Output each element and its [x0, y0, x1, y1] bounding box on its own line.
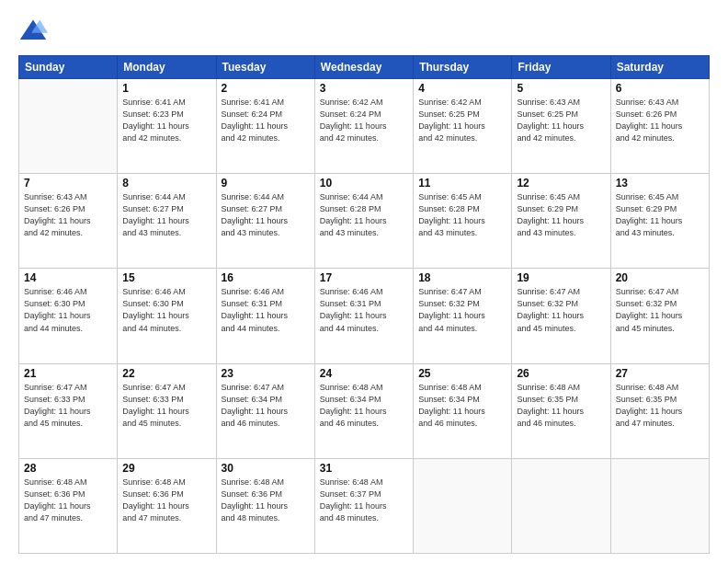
calendar-cell: 23Sunrise: 6:47 AM Sunset: 6:34 PM Dayli… [216, 363, 314, 458]
calendar-cell: 15Sunrise: 6:46 AM Sunset: 6:30 PM Dayli… [118, 269, 216, 363]
calendar-cell: 19Sunrise: 6:47 AM Sunset: 6:32 PM Dayli… [512, 269, 610, 363]
day-info: Sunrise: 6:45 AM Sunset: 6:28 PM Dayligh… [418, 191, 506, 239]
calendar-cell: 27Sunrise: 6:48 AM Sunset: 6:35 PM Dayli… [610, 363, 709, 458]
day-info: Sunrise: 6:47 AM Sunset: 6:32 PM Dayligh… [616, 286, 704, 334]
calendar-cell: 14Sunrise: 6:46 AM Sunset: 6:30 PM Dayli… [19, 269, 118, 363]
calendar-cell: 5Sunrise: 6:43 AM Sunset: 6:25 PM Daylig… [512, 79, 610, 174]
calendar-header-saturday: Saturday [610, 56, 709, 79]
day-info: Sunrise: 6:48 AM Sunset: 6:35 PM Dayligh… [616, 382, 704, 430]
day-number: 23 [222, 367, 310, 380]
day-info: Sunrise: 6:43 AM Sunset: 6:26 PM Dayligh… [24, 191, 112, 239]
day-number: 17 [320, 271, 408, 284]
day-number: 14 [24, 271, 112, 284]
header [18, 17, 710, 46]
day-number: 3 [320, 82, 408, 95]
calendar-cell [610, 458, 709, 553]
day-info: Sunrise: 6:44 AM Sunset: 6:27 PM Dayligh… [122, 191, 210, 239]
calendar-week-row: 21Sunrise: 6:47 AM Sunset: 6:33 PM Dayli… [19, 363, 710, 458]
page: SundayMondayTuesdayWednesdayThursdayFrid… [0, 0, 728, 563]
calendar-cell: 25Sunrise: 6:48 AM Sunset: 6:34 PM Dayli… [414, 363, 512, 458]
day-number: 4 [418, 82, 506, 95]
calendar-cell [414, 458, 512, 553]
calendar-header-tuesday: Tuesday [216, 56, 314, 79]
day-number: 1 [122, 82, 210, 95]
logo [18, 17, 50, 46]
calendar-cell: 18Sunrise: 6:47 AM Sunset: 6:32 PM Dayli… [414, 269, 512, 363]
calendar-cell [19, 79, 118, 174]
day-info: Sunrise: 6:46 AM Sunset: 6:31 PM Dayligh… [320, 286, 408, 334]
day-info: Sunrise: 6:44 AM Sunset: 6:27 PM Dayligh… [222, 191, 310, 239]
day-info: Sunrise: 6:48 AM Sunset: 6:36 PM Dayligh… [222, 477, 310, 524]
calendar-cell: 4Sunrise: 6:42 AM Sunset: 6:25 PM Daylig… [414, 79, 512, 174]
day-info: Sunrise: 6:41 AM Sunset: 6:23 PM Dayligh… [122, 97, 210, 144]
day-info: Sunrise: 6:46 AM Sunset: 6:30 PM Dayligh… [122, 286, 210, 334]
day-number: 31 [320, 462, 408, 475]
day-number: 15 [122, 271, 210, 284]
day-info: Sunrise: 6:48 AM Sunset: 6:35 PM Dayligh… [517, 382, 605, 430]
calendar-cell: 24Sunrise: 6:48 AM Sunset: 6:34 PM Dayli… [314, 363, 413, 458]
day-number: 12 [517, 177, 605, 190]
day-number: 21 [24, 367, 112, 380]
calendar-cell: 20Sunrise: 6:47 AM Sunset: 6:32 PM Dayli… [610, 269, 709, 363]
day-number: 26 [517, 367, 605, 380]
day-number: 18 [418, 271, 506, 284]
calendar-cell: 9Sunrise: 6:44 AM Sunset: 6:27 PM Daylig… [216, 174, 314, 269]
calendar-week-row: 14Sunrise: 6:46 AM Sunset: 6:30 PM Dayli… [19, 269, 710, 363]
calendar-cell: 11Sunrise: 6:45 AM Sunset: 6:28 PM Dayli… [414, 174, 512, 269]
day-number: 10 [320, 177, 408, 190]
day-info: Sunrise: 6:42 AM Sunset: 6:24 PM Dayligh… [320, 97, 408, 144]
calendar-cell: 6Sunrise: 6:43 AM Sunset: 6:26 PM Daylig… [610, 79, 709, 174]
calendar-cell [512, 458, 610, 553]
day-number: 19 [517, 271, 605, 284]
day-info: Sunrise: 6:45 AM Sunset: 6:29 PM Dayligh… [616, 191, 704, 239]
day-info: Sunrise: 6:42 AM Sunset: 6:25 PM Dayligh… [418, 97, 506, 144]
day-number: 28 [24, 462, 112, 475]
calendar-cell: 7Sunrise: 6:43 AM Sunset: 6:26 PM Daylig… [19, 174, 118, 269]
calendar-cell: 10Sunrise: 6:44 AM Sunset: 6:28 PM Dayli… [314, 174, 413, 269]
calendar-header-monday: Monday [118, 56, 216, 79]
calendar-cell: 28Sunrise: 6:48 AM Sunset: 6:36 PM Dayli… [19, 458, 118, 553]
day-info: Sunrise: 6:45 AM Sunset: 6:29 PM Dayligh… [517, 191, 605, 239]
day-info: Sunrise: 6:48 AM Sunset: 6:36 PM Dayligh… [122, 477, 210, 524]
day-number: 24 [320, 367, 408, 380]
day-number: 2 [222, 82, 310, 95]
day-number: 30 [222, 462, 310, 475]
day-info: Sunrise: 6:47 AM Sunset: 6:33 PM Dayligh… [24, 382, 112, 430]
day-info: Sunrise: 6:46 AM Sunset: 6:30 PM Dayligh… [24, 286, 112, 334]
day-number: 27 [616, 367, 704, 380]
day-number: 22 [122, 367, 210, 380]
day-number: 29 [122, 462, 210, 475]
day-info: Sunrise: 6:47 AM Sunset: 6:32 PM Dayligh… [418, 286, 506, 334]
day-number: 7 [24, 177, 112, 190]
calendar-cell: 17Sunrise: 6:46 AM Sunset: 6:31 PM Dayli… [314, 269, 413, 363]
day-info: Sunrise: 6:46 AM Sunset: 6:31 PM Dayligh… [222, 286, 310, 334]
calendar-cell: 3Sunrise: 6:42 AM Sunset: 6:24 PM Daylig… [314, 79, 413, 174]
calendar-week-row: 7Sunrise: 6:43 AM Sunset: 6:26 PM Daylig… [19, 174, 710, 269]
day-info: Sunrise: 6:48 AM Sunset: 6:34 PM Dayligh… [418, 382, 506, 430]
day-number: 13 [616, 177, 704, 190]
calendar-cell: 8Sunrise: 6:44 AM Sunset: 6:27 PM Daylig… [118, 174, 216, 269]
day-info: Sunrise: 6:41 AM Sunset: 6:24 PM Dayligh… [222, 97, 310, 144]
calendar-cell: 12Sunrise: 6:45 AM Sunset: 6:29 PM Dayli… [512, 174, 610, 269]
calendar-cell: 16Sunrise: 6:46 AM Sunset: 6:31 PM Dayli… [216, 269, 314, 363]
calendar-header-friday: Friday [512, 56, 610, 79]
calendar-table: SundayMondayTuesdayWednesdayThursdayFrid… [18, 55, 710, 554]
calendar-week-row: 28Sunrise: 6:48 AM Sunset: 6:36 PM Dayli… [19, 458, 710, 553]
day-info: Sunrise: 6:48 AM Sunset: 6:37 PM Dayligh… [320, 477, 408, 524]
logo-icon [18, 17, 48, 46]
calendar-cell: 1Sunrise: 6:41 AM Sunset: 6:23 PM Daylig… [118, 79, 216, 174]
day-number: 20 [616, 271, 704, 284]
calendar-cell: 29Sunrise: 6:48 AM Sunset: 6:36 PM Dayli… [118, 458, 216, 553]
day-info: Sunrise: 6:47 AM Sunset: 6:32 PM Dayligh… [517, 286, 605, 334]
calendar-header-sunday: Sunday [19, 56, 118, 79]
day-info: Sunrise: 6:43 AM Sunset: 6:25 PM Dayligh… [517, 97, 605, 144]
day-info: Sunrise: 6:48 AM Sunset: 6:36 PM Dayligh… [24, 477, 112, 524]
calendar-header-row: SundayMondayTuesdayWednesdayThursdayFrid… [19, 56, 710, 79]
day-info: Sunrise: 6:47 AM Sunset: 6:33 PM Dayligh… [122, 382, 210, 430]
day-info: Sunrise: 6:44 AM Sunset: 6:28 PM Dayligh… [320, 191, 408, 239]
day-number: 9 [222, 177, 310, 190]
day-number: 16 [222, 271, 310, 284]
calendar-week-row: 1Sunrise: 6:41 AM Sunset: 6:23 PM Daylig… [19, 79, 710, 174]
calendar-header-wednesday: Wednesday [314, 56, 413, 79]
calendar-header-thursday: Thursday [414, 56, 512, 79]
